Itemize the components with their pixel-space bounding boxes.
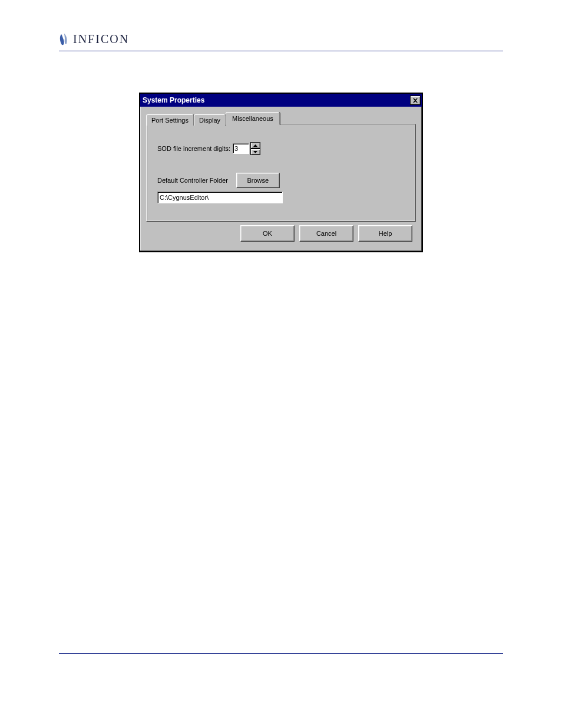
browse-button-label: Browse bbox=[247, 177, 269, 184]
sod-row: SOD file increment digits: bbox=[157, 142, 405, 155]
brand-header: INFICON bbox=[59, 32, 503, 46]
arrow-up-icon bbox=[253, 144, 257, 147]
tab-port-settings[interactable]: Port Settings bbox=[146, 114, 194, 126]
tab-label: Port Settings bbox=[151, 117, 189, 124]
help-button[interactable]: Help bbox=[358, 225, 412, 242]
brand-wordmark: INFICON bbox=[73, 32, 129, 46]
spin-up-button[interactable] bbox=[250, 142, 260, 149]
sod-label: SOD file increment digits: bbox=[157, 145, 230, 152]
tab-label: Miscellaneous bbox=[232, 115, 273, 122]
system-properties-dialog: System Properties Port Settings Display bbox=[139, 93, 423, 252]
help-button-label: Help bbox=[379, 230, 392, 237]
default-folder-label: Default Controller Folder bbox=[157, 177, 228, 184]
tab-panel-miscellaneous: SOD file increment digits: Defau bbox=[146, 124, 416, 222]
brand-logo-icon bbox=[59, 33, 70, 46]
arrow-down-icon bbox=[253, 151, 257, 153]
close-icon bbox=[413, 98, 418, 103]
browse-button[interactable]: Browse bbox=[236, 173, 280, 188]
cancel-button[interactable]: Cancel bbox=[299, 225, 353, 242]
tab-label: Display bbox=[199, 117, 220, 124]
default-folder-row: Default Controller Folder Browse bbox=[157, 173, 405, 188]
ok-button[interactable]: OK bbox=[240, 225, 295, 242]
close-button[interactable] bbox=[410, 95, 421, 105]
header-divider bbox=[59, 51, 503, 51]
ok-button-label: OK bbox=[263, 230, 272, 237]
sod-increment-input[interactable] bbox=[233, 143, 249, 154]
cancel-button-label: Cancel bbox=[316, 230, 336, 237]
dialog-button-row: OK Cancel Help bbox=[146, 222, 416, 245]
dialog-title: System Properties bbox=[143, 96, 204, 104]
footer-divider bbox=[59, 653, 503, 654]
dialog-titlebar: System Properties bbox=[140, 94, 422, 107]
spin-down-button[interactable] bbox=[250, 149, 260, 155]
sod-spinner bbox=[250, 142, 260, 155]
tab-miscellaneous[interactable]: Miscellaneous bbox=[226, 112, 280, 125]
tab-strip: Port Settings Display Miscellaneous bbox=[146, 111, 416, 124]
default-folder-input[interactable] bbox=[157, 192, 283, 203]
tab-display[interactable]: Display bbox=[194, 114, 226, 126]
